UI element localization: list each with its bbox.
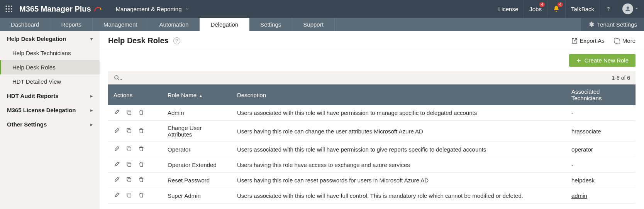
col-description: Description xyxy=(232,84,566,105)
technicians-cell: helpdesk xyxy=(566,173,636,188)
edit-icon[interactable] xyxy=(114,177,120,184)
description-cell: Users associated with this role will hav… xyxy=(232,142,566,157)
role-name-cell: Super Admin xyxy=(162,188,232,204)
talkback-label: TalkBack xyxy=(571,6,594,12)
delete-icon[interactable] xyxy=(138,192,144,199)
tab-label: Reports xyxy=(61,21,81,28)
edit-icon[interactable] xyxy=(114,161,120,169)
svg-rect-1 xyxy=(8,6,9,7)
tab-automation[interactable]: Automation xyxy=(148,18,200,31)
sidebar-group-label: M365 License Delegation xyxy=(7,107,76,113)
copy-icon[interactable] xyxy=(126,177,132,184)
sidebar-item-technicians[interactable]: Help Desk Technicians xyxy=(0,46,100,60)
table-row: AdminUsers associated with this role wil… xyxy=(108,105,636,121)
content: Help Desk Roles ? Export As More Create … xyxy=(100,31,644,209)
role-name-cell: Admin xyxy=(162,105,232,121)
app-title-text: M365 Manager Plus xyxy=(19,5,91,13)
more-icon xyxy=(614,38,620,44)
user-menu[interactable] xyxy=(617,3,644,14)
technician-link[interactable]: operator xyxy=(571,146,593,153)
sort-asc-icon: ▲ xyxy=(199,94,203,98)
svg-rect-16 xyxy=(128,163,131,166)
role-name-cell: Operator xyxy=(162,142,232,157)
sidebar: Help Desk Delegation ▾ Help Desk Technic… xyxy=(0,31,100,209)
create-label: Create New Role xyxy=(585,57,629,64)
table-row: Reset PasswordUsers having this role can… xyxy=(108,173,636,188)
user-avatar xyxy=(622,3,633,14)
jobs-badge: 4 xyxy=(539,2,545,7)
svg-rect-2 xyxy=(11,6,12,7)
edit-icon[interactable] xyxy=(114,146,120,153)
caret-right-icon: ▸ xyxy=(90,93,93,99)
edit-icon[interactable] xyxy=(114,192,120,199)
action-bar: Create New Role xyxy=(100,49,644,71)
technicians-cell: hrassociate xyxy=(566,121,636,142)
tab-dashboard[interactable]: Dashboard xyxy=(0,18,50,31)
delete-icon[interactable] xyxy=(138,161,144,169)
technician-link[interactable]: hrassociate xyxy=(571,128,601,135)
page-help-icon[interactable]: ? xyxy=(173,37,180,44)
tab-reports[interactable]: Reports xyxy=(50,18,93,31)
chevron-down-icon xyxy=(635,7,639,11)
more-button[interactable]: More xyxy=(614,37,636,44)
main: Help Desk Delegation ▾ Help Desk Technic… xyxy=(0,31,644,209)
sidebar-item-detailed-view[interactable]: HDT Detailed View xyxy=(0,74,100,89)
create-new-role-button[interactable]: Create New Role xyxy=(569,54,636,67)
copy-icon[interactable] xyxy=(126,128,132,135)
tech-empty: - xyxy=(571,162,573,168)
tab-delegation[interactable]: Delegation xyxy=(200,18,249,31)
technician-link[interactable]: helpdesk xyxy=(571,177,595,184)
table-search-button[interactable] xyxy=(114,74,123,81)
context-dropdown-label: Management & Reporting xyxy=(116,6,182,12)
pager-info: 1-6 of 6 xyxy=(612,75,630,81)
svg-point-10 xyxy=(627,7,629,9)
copy-icon[interactable] xyxy=(126,109,132,116)
sidebar-item-label: Help Desk Technicians xyxy=(12,50,71,56)
tab-management[interactable]: Management xyxy=(93,18,149,31)
delete-icon[interactable] xyxy=(138,146,144,153)
sidebar-group-hdt-audit[interactable]: HDT Audit Reports ▸ xyxy=(0,89,100,103)
tab-label: Support xyxy=(303,21,324,28)
col-role-name[interactable]: Role Name▲ xyxy=(162,84,232,105)
svg-rect-4 xyxy=(8,8,9,9)
tab-support[interactable]: Support xyxy=(292,18,335,31)
svg-rect-0 xyxy=(6,6,7,7)
jobs-link[interactable]: Jobs 4 xyxy=(524,0,547,18)
delete-icon[interactable] xyxy=(138,177,144,184)
tenant-settings-button[interactable]: Tenant Settings xyxy=(581,18,644,31)
description-cell: Users having this role can change the us… xyxy=(232,121,566,142)
user-icon xyxy=(624,5,631,12)
license-link[interactable]: License xyxy=(493,0,524,18)
app-logo-arc-icon xyxy=(93,5,102,13)
copy-icon[interactable] xyxy=(126,192,132,199)
sidebar-group-label: Other Settings xyxy=(7,121,47,128)
col-label: Actions xyxy=(114,92,132,98)
context-dropdown[interactable]: Management & Reporting xyxy=(116,6,190,12)
sidebar-group-other-settings[interactable]: Other Settings ▸ xyxy=(0,117,100,131)
copy-icon[interactable] xyxy=(126,161,132,169)
sidebar-group-m365-license[interactable]: M365 License Delegation ▸ xyxy=(0,103,100,117)
jobs-label: Jobs xyxy=(529,6,542,12)
page-title: Help Desk Roles xyxy=(108,36,169,45)
technicians-cell: - xyxy=(566,105,636,121)
export-as-button[interactable]: Export As xyxy=(571,37,605,44)
notifications-button[interactable]: 4 xyxy=(547,0,565,18)
tab-settings[interactable]: Settings xyxy=(249,18,292,31)
talkback-link[interactable]: TalkBack xyxy=(565,0,600,18)
edit-icon[interactable] xyxy=(114,128,120,135)
delete-icon[interactable] xyxy=(138,109,144,116)
delete-icon[interactable] xyxy=(138,128,144,135)
copy-icon[interactable] xyxy=(126,146,132,153)
sidebar-group-help-desk-delegation[interactable]: Help Desk Delegation ▾ xyxy=(0,32,100,46)
svg-rect-3 xyxy=(6,8,7,9)
svg-rect-14 xyxy=(128,130,131,133)
table-row: Super AdminUsers associated with this ro… xyxy=(108,188,636,204)
technician-link[interactable]: admin xyxy=(571,192,587,199)
help-button[interactable] xyxy=(600,0,617,18)
svg-rect-7 xyxy=(8,11,9,12)
table: Actions Role Name▲ Description Associate… xyxy=(108,84,636,204)
col-label: Role Name xyxy=(168,92,197,98)
edit-icon[interactable] xyxy=(114,109,120,116)
sidebar-item-roles[interactable]: Help Desk Roles xyxy=(0,60,100,74)
app-grid-icon[interactable] xyxy=(0,0,18,18)
